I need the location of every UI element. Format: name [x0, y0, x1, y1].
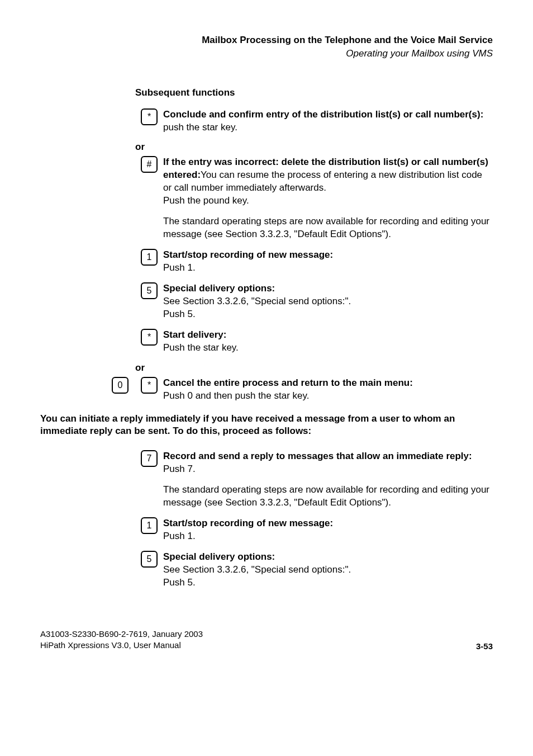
start-delivery-text: Push the star key.	[163, 342, 239, 353]
special-delivery-text1: See Section 3.3.2.6, "Special send optio…	[163, 564, 351, 575]
key-1-icon: 1	[141, 249, 158, 266]
star-key-icon: *	[141, 377, 158, 394]
incorrect-entry-item: # If the entry was incorrect: delete the…	[135, 156, 493, 207]
star-key-icon: *	[141, 108, 158, 125]
record-reply-item: 7 Record and send a reply to messages th…	[135, 450, 493, 476]
startstop-recording-item: 1 Start/stop recording of new message: P…	[135, 249, 493, 275]
conclude-entry-text: push the star key.	[163, 122, 237, 133]
key-1-icon: 1	[141, 517, 158, 534]
start-delivery-item: * Start delivery: Push the star key.	[135, 329, 493, 355]
key-5-icon: 5	[141, 551, 158, 568]
incorrect-entry-text1: You can resume the process of entering a…	[163, 169, 482, 193]
footer-doc-id: A31003-S2330-B690-2-7619, January 2003	[40, 629, 203, 640]
page-number: 3-53	[476, 641, 493, 651]
or-separator: or	[135, 362, 493, 374]
startstop-recording-text: Push 1.	[163, 262, 196, 273]
cancel-process-bold: Cancel the entire process and return to …	[163, 377, 413, 388]
special-delivery-text2: Push 5.	[163, 309, 196, 319]
cancel-process-item: 0 * Cancel the entire process and return…	[107, 377, 493, 403]
startstop-recording-item: 1 Start/stop recording of new message: P…	[135, 517, 493, 543]
startstop-recording-bold: Start/stop recording of new message:	[163, 518, 333, 528]
incorrect-entry-text2: Push the pound key.	[163, 195, 249, 206]
key-7-icon: 7	[141, 450, 158, 467]
start-delivery-bold: Start delivery:	[163, 329, 226, 340]
conclude-entry-bold: Conclude and confirm entry of the distri…	[163, 109, 483, 120]
cancel-process-text: Push 0 and then push the star key.	[163, 390, 309, 401]
reply-intro-paragraph: You can initiate a reply immediately if …	[40, 413, 493, 438]
footer-doc-title: HiPath Xpressions V3.0, User Manual	[40, 640, 203, 651]
page-footer: A31003-S2330-B690-2-7619, January 2003 H…	[40, 629, 493, 651]
page-header: Mailbox Processing on the Telephone and …	[40, 34, 493, 60]
key-0-icon: 0	[112, 377, 129, 394]
subsequent-functions-heading: Subsequent functions	[135, 87, 493, 98]
pound-key-icon: #	[141, 156, 158, 173]
special-delivery-bold: Special delivery options:	[163, 283, 275, 294]
star-key-icon: *	[141, 329, 158, 346]
special-delivery-text1: See Section 3.3.2.6, "Special send optio…	[163, 296, 351, 306]
special-delivery-item: 5 Special delivery options: See Section …	[135, 282, 493, 321]
startstop-recording-bold: Start/stop recording of new message:	[163, 249, 333, 260]
standard-steps-paragraph: The standard operating steps are now ava…	[163, 215, 493, 241]
header-title: Mailbox Processing on the Telephone and …	[40, 34, 493, 47]
header-subtitle: Operating your Mailbox using VMS	[40, 47, 493, 60]
record-reply-text: Push 7.	[163, 464, 196, 474]
conclude-entry-item: * Conclude and confirm entry of the dist…	[135, 108, 493, 134]
or-separator: or	[135, 141, 493, 153]
special-delivery-item: 5 Special delivery options: See Section …	[135, 551, 493, 589]
special-delivery-text2: Push 5.	[163, 577, 196, 588]
key-5-icon: 5	[141, 282, 158, 299]
standard-steps-paragraph: The standard operating steps are now ava…	[163, 484, 493, 509]
record-reply-bold: Record and send a reply to messages that…	[163, 451, 472, 461]
special-delivery-bold: Special delivery options:	[163, 551, 275, 562]
startstop-recording-text: Push 1.	[163, 531, 196, 541]
